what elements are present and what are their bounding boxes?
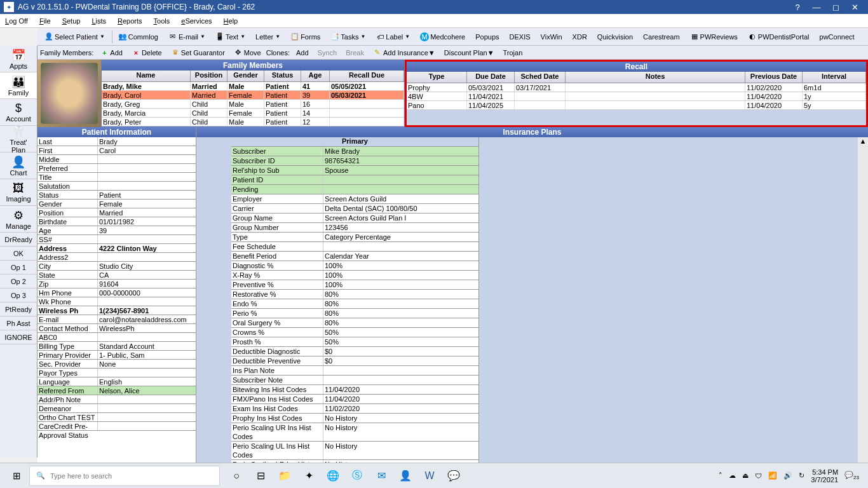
ins-row[interactable]: X-Ray %100% [231,271,478,280]
carestream-button[interactable]: Carestream [639,31,684,43]
family-row[interactable]: Brady, PeterChildMalePatient12 [102,118,404,126]
ins-row[interactable]: Deductible Diagnostic$0 [231,347,478,356]
menu-logoff[interactable]: Log Off [5,17,28,25]
pinfo-row[interactable]: Title [37,173,196,182]
menu-help[interactable]: Help [224,17,238,25]
ins-row[interactable]: Ins Plan Note [231,366,478,376]
recall-row[interactable]: 4BW11/04/202111/04/20201y [407,92,866,101]
col-type[interactable]: Type [407,72,467,83]
vixwin-button[interactable]: VixWin [536,31,567,43]
pinfo-row[interactable]: Addr/Ph Note [37,395,196,404]
volume-icon[interactable]: 🔊 [783,471,792,480]
clones-break-button[interactable]: Break [342,48,368,58]
pinfo-row[interactable]: Wireless Ph1(234)567-8901 [37,306,196,315]
discount-plan-button[interactable]: Discount Plan▼ [440,48,498,58]
label-button[interactable]: 🏷Label▼ [371,30,414,43]
col-interval[interactable]: Interval [803,72,866,83]
pinfo-row[interactable]: Zip91604 [37,280,196,288]
ins-row[interactable]: Patient ID [231,175,478,185]
ins-row[interactable]: Subscriber Note [231,376,478,385]
ins-row[interactable]: Preventive %100% [231,280,478,290]
sidebar-family[interactable]: 👪Family [0,72,37,99]
app2-icon[interactable]: 👤 [397,467,414,485]
help-button[interactable]: ? [788,3,807,12]
recall-row[interactable]: Pano11/04/202511/04/20205y [407,101,866,110]
col-gender[interactable]: Gender [227,71,264,81]
ins-row[interactable]: Prosth %50% [231,337,478,347]
col-due[interactable]: Due Date [467,72,515,83]
menu-lists[interactable]: Lists [92,17,106,25]
pinfo-row[interactable]: CityStudio City [37,262,196,271]
ins-row[interactable]: Endo %80% [231,299,478,309]
word-icon[interactable]: W [421,467,438,485]
add-family-button[interactable]: +Add [96,47,126,58]
sidebar-ignore[interactable]: IGNORE [0,330,37,344]
commlog-button[interactable]: 👥Commlog [114,30,163,43]
ins-row[interactable]: Crowns %50% [231,328,478,337]
menu-tools[interactable]: Tools [154,17,170,25]
ins-row[interactable]: Oral Surgery %80% [231,318,478,328]
maximize-button[interactable]: ◻ [826,3,845,12]
sidebar-account[interactable]: $Account [0,99,37,126]
pinfo-row[interactable]: Wk Phone [37,297,196,306]
pinfo-row[interactable]: SS# [37,235,196,244]
sidebar-op2[interactable]: Op 2 [0,274,37,288]
text-button[interactable]: 📱Text▼ [211,30,250,43]
pinfo-row[interactable]: StatusPatient [37,191,196,200]
taskbar-search[interactable]: 🔍 Type here to search [29,466,220,486]
ins-row[interactable]: Rel'ship to SubSpouse [231,166,478,175]
minimize-button[interactable]: — [807,3,826,12]
xdr-button[interactable]: XDR [568,31,592,43]
ins-row[interactable]: Group Number123456 [231,223,478,233]
pinfo-row[interactable]: Address2 [37,253,196,262]
forms-button[interactable]: 📋Forms [286,30,325,43]
sidebar-manage[interactable]: ⚙Manage [0,206,37,233]
move-button[interactable]: ✥Move [230,47,265,58]
ins-row[interactable]: Group NameScreen Actors Guild Plan I [231,214,478,223]
family-row[interactable]: Brady, MarciaChildFemalePatient14 [102,109,404,118]
recall-row[interactable]: Prophy05/03/202103/17/202111/02/20206m1d [407,83,866,92]
pinfo-row[interactable]: Age39 [37,226,196,235]
menu-file[interactable]: File [39,17,51,25]
notifications-icon[interactable]: 💬23 [844,471,859,480]
pinfo-row[interactable]: Billing TypeStandard Account [37,342,196,351]
pinfo-row[interactable]: Payor Types [37,369,196,377]
pinfo-row[interactable]: PositionMarried [37,208,196,217]
ins-row[interactable]: Deductible Preventive$0 [231,356,478,366]
email-button[interactable]: ✉E-mail▼ [164,30,210,43]
col-position[interactable]: Position [191,71,227,81]
pwconnect-button[interactable]: pwConnect [815,31,859,43]
ins-row[interactable]: CarrierDelta Dental (SAC) 100/80/50 [231,204,478,214]
dexis-button[interactable]: DEXIS [505,31,535,43]
ins-row[interactable]: EmployerScreen Actors Guild [231,194,478,204]
add-insurance-button[interactable]: ✎Add Insurance▼ [369,47,439,58]
menu-reports[interactable]: Reports [118,17,142,25]
col-prev[interactable]: Previous Date [745,72,803,83]
tasks-button[interactable]: 📑Tasks▼ [326,30,370,43]
col-notes[interactable]: Notes [566,72,745,83]
sidebar-op3[interactable]: Op 3 [0,288,37,302]
ins-row[interactable]: Prophy Ins Hist CodesNo History [231,414,478,423]
sidebar-drready[interactable]: DrReady [0,233,37,247]
ins-row[interactable]: Fee Schedule [231,242,478,252]
ins-row[interactable]: Benefit PeriodCalendar Year [231,252,478,261]
pinfo-row[interactable]: ABC0 [37,333,196,342]
family-row[interactable]: Brady, MikeMarriedMalePatient4105/05/202… [102,82,404,91]
cortana-icon[interactable]: ○ [227,467,245,485]
pwdentistportal-button[interactable]: ◐PWDentistPortal [743,30,814,43]
usb-icon[interactable]: ⏏ [742,471,749,480]
chat-icon[interactable]: 💬 [445,467,463,485]
sidebar-imaging[interactable]: 🖼Imaging [0,179,37,206]
pinfo-row[interactable]: Sec. ProviderNone [37,360,196,369]
pinfo-row[interactable]: Contact MethodWirelessPh [37,324,196,333]
col-age[interactable]: Age [301,71,330,81]
ins-row[interactable]: SubscriberMike Brady [231,147,478,156]
ins-row[interactable]: Perio Scaling UR Ins Hist CodesNo Histor… [231,423,478,442]
set-guarantor-button[interactable]: ♛Set Guarantor [167,47,229,58]
pinfo-row[interactable]: FirstCarol [37,146,196,155]
wifi-icon[interactable]: 📶 [768,471,777,480]
ins-row[interactable]: Bitewing Ins Hist Codes11/04/2020 [231,385,478,395]
pinfo-row[interactable]: Ortho Chart TEST [37,413,196,422]
sidebar-phasst[interactable]: Ph Asst [0,316,37,330]
ins-row[interactable]: Perio Scaling UL Ins Hist CodesNo Histor… [231,442,478,460]
